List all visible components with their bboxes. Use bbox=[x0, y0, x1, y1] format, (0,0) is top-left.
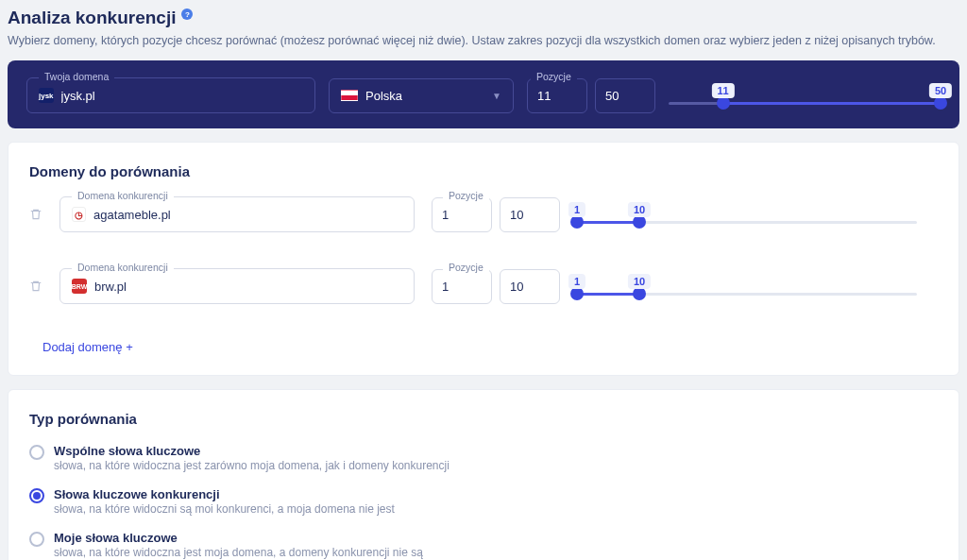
comparison-option[interactable]: Słowa kluczowe konkurencji słowa, na któ… bbox=[29, 487, 938, 516]
slider-thumb-min[interactable] bbox=[570, 215, 584, 229]
competitor-domain-input[interactable] bbox=[93, 208, 402, 222]
info-icon[interactable]: ? bbox=[181, 8, 193, 20]
competitor-row: Domena konkurencji ◷ Pozycje 1 10 bbox=[29, 196, 938, 232]
chevron-down-icon: ▼ bbox=[492, 91, 501, 101]
competitor-positions-label: Pozycje bbox=[443, 262, 489, 273]
slider-label-min: 1 bbox=[568, 274, 585, 289]
pos-max-input[interactable] bbox=[605, 89, 645, 103]
competitor-pos-max-input[interactable] bbox=[510, 208, 550, 222]
slider-label-min: 11 bbox=[711, 83, 734, 98]
comparison-option-title: Moje słowa kluczowe bbox=[54, 531, 423, 545]
country-value: Polska bbox=[365, 89, 402, 103]
competitor-pos-min-input[interactable] bbox=[442, 280, 482, 294]
favicon-brw-icon: BRW bbox=[72, 279, 87, 294]
competitor-positions-slider[interactable]: 1 10 bbox=[577, 278, 917, 296]
primary-domain-bar: Twoja domena jysk Polska ▼ Pozycje 11 50 bbox=[8, 60, 959, 128]
comparison-option-title: Słowa kluczowe konkurencji bbox=[54, 487, 395, 501]
competitor-domain-input[interactable] bbox=[94, 280, 402, 294]
competitor-domain-label: Domena konkurencji bbox=[72, 262, 174, 273]
positions-field: Pozycje bbox=[527, 78, 655, 113]
competitor-pos-min-input[interactable] bbox=[442, 208, 482, 222]
comparison-option-desc: słowa, na które widoczna jest moja domen… bbox=[54, 546, 423, 559]
competitor-positions-label: Pozycje bbox=[443, 190, 489, 201]
slider-thumb-min[interactable] bbox=[570, 287, 584, 300]
competitor-row: Domena konkurencji BRW Pozycje 1 10 bbox=[29, 268, 938, 304]
positions-slider[interactable]: 11 50 bbox=[669, 87, 941, 105]
slider-label-max: 50 bbox=[929, 83, 952, 98]
favicon-jysk-icon: jysk bbox=[39, 88, 54, 103]
page-title: Analiza konkurencji ? bbox=[8, 8, 959, 28]
slider-label-max: 10 bbox=[628, 202, 651, 217]
competitors-title: Domeny do porównania bbox=[29, 163, 938, 179]
competitor-positions-slider[interactable]: 1 10 bbox=[577, 206, 917, 224]
country-select[interactable]: Polska ▼ bbox=[329, 78, 514, 113]
slider-thumb-max[interactable] bbox=[633, 287, 646, 300]
delete-icon[interactable] bbox=[29, 208, 42, 221]
comparison-option[interactable]: Moje słowa kluczowe słowa, na które wido… bbox=[29, 531, 938, 559]
comparison-option-title: Wspólne słowa kluczowe bbox=[54, 444, 450, 458]
add-domain-button[interactable]: Dodaj domenę + bbox=[42, 340, 133, 354]
competitor-domain-field[interactable]: Domena konkurencji ◷ bbox=[59, 196, 415, 232]
page-subtitle: Wybierz domeny, których pozycje chcesz p… bbox=[8, 34, 959, 47]
comparison-option-desc: słowa, na które widoczni są moi konkuren… bbox=[54, 502, 395, 516]
competitor-domain-label: Domena konkurencji bbox=[72, 190, 174, 201]
pos-min-input[interactable] bbox=[537, 89, 577, 103]
your-domain-label: Twoja domena bbox=[39, 71, 114, 82]
radio-button[interactable] bbox=[29, 532, 44, 547]
comparison-title: Typ porównania bbox=[29, 411, 938, 427]
comparison-option-desc: słowa, na które widoczna jest zarówno mo… bbox=[54, 459, 450, 472]
competitors-card: Domeny do porównania Domena konkurencji … bbox=[8, 142, 959, 376]
slider-label-min: 1 bbox=[568, 202, 585, 217]
your-domain-input[interactable] bbox=[61, 89, 303, 103]
delete-icon[interactable] bbox=[29, 280, 42, 293]
comparison-option[interactable]: Wspólne słowa kluczowe słowa, na które w… bbox=[29, 444, 938, 472]
slider-label-max: 10 bbox=[628, 274, 651, 289]
slider-thumb-max[interactable] bbox=[633, 215, 646, 229]
competitor-domain-field[interactable]: Domena konkurencji BRW bbox=[59, 268, 415, 304]
competitor-pos-max-input[interactable] bbox=[510, 280, 550, 294]
favicon-agata-icon: ◷ bbox=[72, 207, 86, 222]
your-domain-field[interactable]: Twoja domena jysk bbox=[26, 77, 315, 113]
slider-thumb-min[interactable] bbox=[717, 96, 730, 110]
slider-thumb-max[interactable] bbox=[934, 96, 947, 110]
page-title-text: Analiza konkurencji bbox=[8, 8, 176, 28]
radio-button[interactable] bbox=[29, 445, 44, 460]
flag-poland-icon bbox=[341, 90, 358, 101]
comparison-card: Typ porównania Wspólne słowa kluczowe sł… bbox=[8, 389, 959, 560]
positions-label: Pozycje bbox=[531, 71, 577, 82]
radio-button[interactable] bbox=[29, 488, 44, 503]
